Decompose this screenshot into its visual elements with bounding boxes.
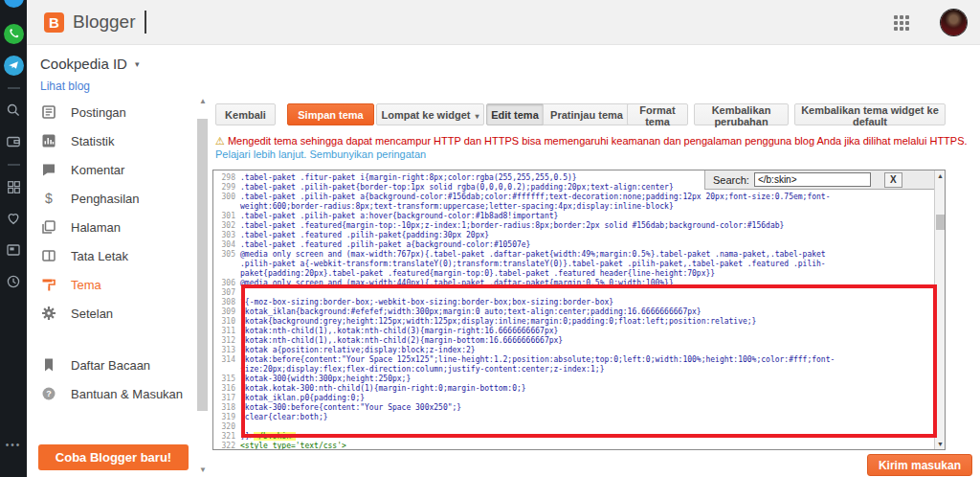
code-row[interactable]: 305@media only screen and (max-width:767… <box>213 250 933 260</box>
format-theme-button[interactable]: Format tema <box>627 103 688 125</box>
sidebar-item-statistik[interactable]: Statistik <box>27 126 209 155</box>
revert-widget-default-button[interactable]: Kembalikan tema widget ke default <box>794 103 946 125</box>
code-row[interactable]: 322<style type='text/css'> <box>213 442 933 449</box>
wallet-icon[interactable] <box>3 131 24 152</box>
line-number: 300 <box>213 193 240 202</box>
scroll-down-icon[interactable]: ▼ <box>936 440 945 448</box>
code-row[interactable]: .pilih-paket a{-webkit-transform:transla… <box>213 260 933 269</box>
sidebar-item-tema[interactable]: Tema <box>27 270 209 299</box>
chevron-down-icon: ▾ <box>475 112 479 121</box>
preview-theme-tab[interactable]: Pratinjau tema <box>543 103 631 125</box>
divider <box>8 164 20 166</box>
line-number <box>213 202 240 212</box>
gallery-icon[interactable] <box>3 239 24 261</box>
view-blog-link[interactable]: Lihat blog <box>40 80 90 93</box>
line-number: 322 <box>213 442 240 449</box>
back-button[interactable]: Kembali <box>215 103 276 125</box>
sidebar-item-tata-letak[interactable]: Tata Letak <box>27 241 209 270</box>
scroll-up-icon[interactable]: ▲ <box>199 98 206 104</box>
more-icon[interactable]: ••• <box>6 440 22 450</box>
sidebar-item-label: Tema <box>71 278 101 292</box>
sidebar-item-label: Postingan <box>71 105 126 120</box>
earnings-icon: $ <box>41 191 56 206</box>
whatsapp-icon[interactable] <box>3 23 24 44</box>
sidebar-item-label: Statistik <box>71 134 115 148</box>
learn-more-link[interactable]: Pelajari lebih lanjut. <box>215 148 306 160</box>
line-number: 314 <box>213 355 240 365</box>
blogger-logo[interactable]: B <box>44 12 64 33</box>
scrollbar-thumb[interactable] <box>936 215 945 230</box>
page: ••• B Blogger Cookpedia ID▾ Lihat blog P… <box>0 0 980 477</box>
scroll-down-icon[interactable]: ▼ <box>199 466 206 473</box>
hide-warning-link[interactable]: Sembunyikan peringatan <box>309 148 426 160</box>
line-number: 312 <box>213 336 240 346</box>
line-number: 301 <box>213 212 240 221</box>
scrollbar-thumb[interactable] <box>197 119 208 411</box>
line-number: 304 <box>213 240 240 250</box>
line-number <box>213 260 240 269</box>
search-label: Search: <box>713 174 749 186</box>
code-row[interactable]: 304.tabel-paket .featured .pilih-paket a… <box>213 240 933 250</box>
line-number: 305 <box>213 250 240 260</box>
line-number: 307 <box>213 288 240 298</box>
code-editor[interactable]: 298.tabel-paket .fitur-paket i{margin-ri… <box>212 170 946 450</box>
sidebar: Cookpedia ID▾ Lihat blog Postingan Stati… <box>27 45 212 477</box>
sidebar-item-penghasilan[interactable]: $ Penghasilan <box>27 184 209 213</box>
jump-to-widget-button[interactable]: Lompat ke widget▾ <box>376 103 484 125</box>
sidebar-item-label: Setelan <box>71 307 113 321</box>
apps-grid-icon[interactable] <box>3 176 24 197</box>
history-icon[interactable] <box>3 271 24 292</box>
line-number: 298 <box>213 173 240 183</box>
code-row[interactable]: weight:600;border-radius:8px;text-transf… <box>213 202 933 212</box>
line-number: 318 <box>213 403 240 413</box>
sidebar-item-setelan[interactable]: Setelan <box>27 299 209 328</box>
try-new-blogger-button[interactable]: Coba Blogger baru! <box>38 444 189 470</box>
line-number: 299 <box>213 183 240 193</box>
comments-icon <box>41 162 56 177</box>
line-number <box>213 269 240 279</box>
search-icon[interactable] <box>3 100 24 121</box>
edit-theme-tab[interactable]: Edit tema <box>486 103 544 125</box>
sidebar-item-bantuan-masukan[interactable]: ? Bantuan & Masukan <box>27 379 209 408</box>
twitter-icon[interactable] <box>4 0 24 8</box>
revert-changes-button[interactable]: Kembalikan perubahan <box>694 103 789 125</box>
google-apps-icon[interactable] <box>894 15 909 31</box>
code-row[interactable]: 303.tabel-paket .featured .pilih-paket{p… <box>213 231 933 240</box>
line-number: 320 <box>213 422 240 432</box>
help-icon: ? <box>41 386 56 401</box>
text-cursor <box>145 11 146 34</box>
sidebar-scrollbar[interactable]: ▲ ▼ <box>197 98 208 473</box>
blog-selector[interactable]: Cookpedia ID▾ <box>40 56 139 72</box>
sidebar-item-postingan[interactable]: Postingan <box>27 98 209 126</box>
reading-list-icon <box>41 357 56 373</box>
heart-icon[interactable] <box>3 208 24 229</box>
line-number: 302 <box>213 221 240 231</box>
close-icon[interactable]: X <box>884 172 902 188</box>
line-number: 315 <box>213 375 240 384</box>
sidebar-item-label: Penghasilan <box>71 192 140 206</box>
pages-icon <box>41 219 56 235</box>
code-row[interactable]: paket{padding:20px}.tabel-paket .feature… <box>213 269 933 279</box>
line-number: 321 <box>213 432 240 442</box>
telegram-icon[interactable] <box>3 55 24 76</box>
code-row[interactable]: 300.tabel-paket .pilih-paket a{backgroun… <box>213 193 933 202</box>
code-row[interactable]: 302.tabel-paket .featured{margin-top:-10… <box>213 221 933 231</box>
code-row[interactable]: 301.tabel-paket .pilih-paket a:hover{bac… <box>213 212 933 221</box>
search-input[interactable] <box>754 172 871 187</box>
sidebar-item-komentar[interactable]: Komentar <box>27 155 209 184</box>
sidebar-item-halaman[interactable]: Halaman <box>27 213 209 241</box>
line-number: 303 <box>213 231 240 240</box>
warning-triangle-icon: ⚠ <box>215 135 225 147</box>
sidebar-item-daftar-bacaan[interactable]: Daftar Bacaan <box>27 351 209 379</box>
editor-search-bar: Search: X <box>704 170 934 190</box>
avatar[interactable] <box>941 10 967 35</box>
scroll-up-icon[interactable]: ▲ <box>936 171 945 180</box>
layout-icon <box>41 248 56 263</box>
line-number: 311 <box>213 327 240 336</box>
stats-icon <box>41 133 56 148</box>
feedback-button[interactable]: Kirim masukan <box>867 454 972 476</box>
main-content: Kembali Simpan tema Lompat ke widget▾ Ed… <box>212 45 980 477</box>
line-number <box>213 365 240 375</box>
save-theme-button[interactable]: Simpan tema <box>287 103 374 125</box>
line-number: 313 <box>213 346 240 355</box>
